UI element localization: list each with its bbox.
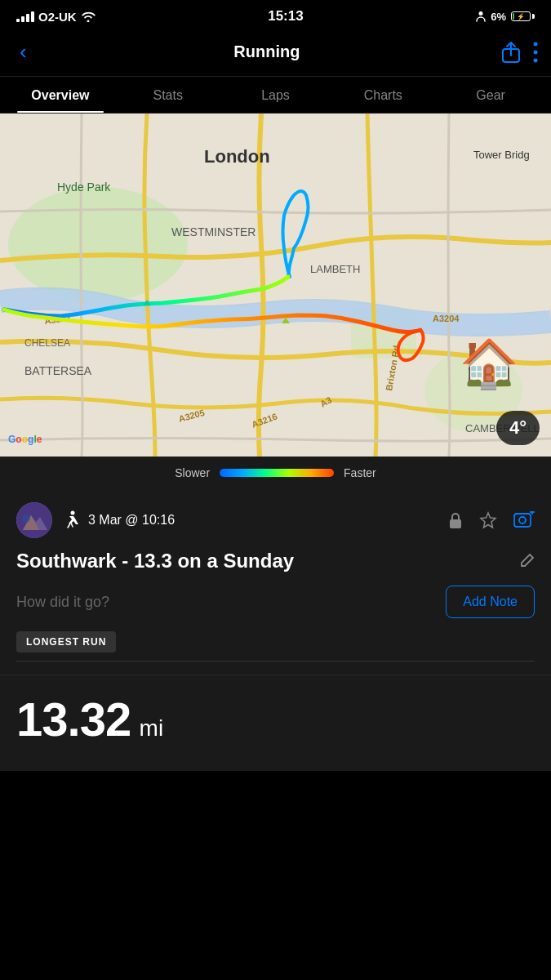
svg-text:London: London xyxy=(204,146,270,167)
wifi-icon xyxy=(81,11,96,22)
slower-label: Slower xyxy=(175,466,210,479)
battery-pct: 6% xyxy=(491,11,506,23)
home-emoji: 🏠 xyxy=(460,336,518,391)
battery-icon: ⚡ xyxy=(511,11,535,21)
svg-rect-28 xyxy=(450,519,461,528)
add-note-button[interactable]: Add Note xyxy=(446,586,535,618)
person-icon xyxy=(476,11,486,22)
speed-legend: Slower Faster xyxy=(0,457,551,489)
nav-bar: ‹ Running xyxy=(0,29,551,77)
activity-date: 3 Mar @ 10:16 xyxy=(88,513,175,528)
nav-title: Running xyxy=(233,42,300,61)
add-photo-icon[interactable] xyxy=(513,511,535,529)
svg-point-31 xyxy=(519,517,526,523)
svg-point-3 xyxy=(533,50,537,54)
tab-stats[interactable]: Stats xyxy=(114,77,222,113)
activity-title: Southwark - 13.3 on a Sunday xyxy=(16,550,294,572)
svg-text:CHELSEA: CHELSEA xyxy=(24,337,70,349)
status-time: 15:13 xyxy=(268,8,303,24)
svg-text:Tower Bridg: Tower Bridg xyxy=(473,149,530,161)
svg-point-0 xyxy=(479,11,483,16)
tab-gear[interactable]: Gear xyxy=(437,77,544,113)
svg-text:A3204: A3204 xyxy=(433,314,460,323)
tab-bar: Overview Stats Laps Charts Gear xyxy=(0,77,551,114)
distance-section: 13.32 mi xyxy=(0,675,551,771)
distance-unit: mi xyxy=(140,715,164,741)
badge-row: LONGEST RUN xyxy=(16,631,535,653)
google-logo: Google xyxy=(8,434,42,445)
faster-label: Faster xyxy=(344,466,376,479)
temperature-badge: 4° xyxy=(496,411,540,445)
activity-section: 3 Mar @ 10:16 Southwark - 13.3 on a Sund… xyxy=(0,489,551,675)
svg-rect-30 xyxy=(514,514,531,527)
speed-gradient-bar xyxy=(220,469,334,477)
signal-icon xyxy=(16,11,34,22)
tab-overview[interactable]: Overview xyxy=(7,77,114,113)
map-area: Hyde Park London Tower Bridg WESTMINSTER… xyxy=(0,114,551,457)
tab-charts[interactable]: Charts xyxy=(329,77,437,113)
svg-marker-29 xyxy=(481,513,495,528)
activity-meta-row: 3 Mar @ 10:16 xyxy=(16,502,535,538)
status-bar: O2-UK 15:13 6% ⚡ xyxy=(0,0,551,29)
svg-text:BATTERSEA: BATTERSEA xyxy=(24,364,92,377)
distance-value: 13.32 xyxy=(16,693,131,746)
back-button[interactable]: ‹ xyxy=(13,36,33,68)
share-icon[interactable] xyxy=(500,41,522,64)
svg-text:LAMBETH: LAMBETH xyxy=(310,263,360,275)
tab-laps[interactable]: Laps xyxy=(222,77,330,113)
edit-icon[interactable] xyxy=(518,553,535,569)
svg-point-27 xyxy=(71,511,75,515)
running-icon xyxy=(62,510,80,530)
how-label: How did it go? xyxy=(16,594,109,611)
star-icon[interactable] xyxy=(479,511,497,529)
activity-title-row: Southwark - 13.3 on a Sunday xyxy=(16,550,535,572)
divider xyxy=(16,661,535,662)
svg-point-4 xyxy=(533,58,537,62)
how-section: How did it go? Add Note xyxy=(16,586,535,618)
avatar xyxy=(16,502,52,538)
longest-run-badge: LONGEST RUN xyxy=(16,631,116,653)
more-icon[interactable] xyxy=(533,42,538,63)
carrier-label: O2-UK xyxy=(38,10,77,24)
svg-point-2 xyxy=(533,42,537,46)
svg-text:Hyde Park: Hyde Park xyxy=(57,180,111,194)
svg-point-6 xyxy=(8,187,188,301)
lock-icon[interactable] xyxy=(448,511,463,529)
svg-point-26 xyxy=(22,514,30,523)
svg-text:WESTMINSTER: WESTMINSTER xyxy=(171,225,256,238)
